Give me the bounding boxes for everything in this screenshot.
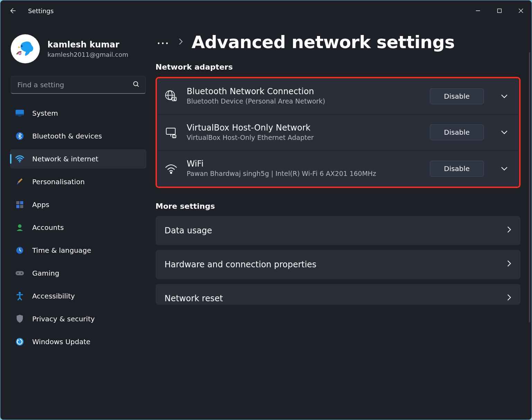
svg-rect-1 xyxy=(498,9,502,13)
more-item-label: Network reset xyxy=(165,294,223,303)
profile-block[interactable]: kamlesh kumar kamlesh2011@gmail.com xyxy=(8,29,149,72)
close-button[interactable] xyxy=(510,2,532,19)
svg-line-9 xyxy=(137,85,139,86)
settings-window: Settings xyxy=(0,0,532,420)
sidebar-item-label: Gaming xyxy=(32,269,59,277)
sidebar-item-label: Personalisation xyxy=(32,178,85,186)
sidebar-item-apps[interactable]: Apps xyxy=(10,195,147,214)
adapter-title: Bluetooth Network Connection xyxy=(187,87,422,96)
maximize-button[interactable] xyxy=(489,2,510,19)
shield-icon xyxy=(15,314,25,324)
sidebar-item-accessibility[interactable]: Accessibility xyxy=(10,286,147,306)
sidebar: kamlesh kumar kamlesh2011@gmail.com Syst… xyxy=(0,21,153,420)
sidebar-item-label: Time & language xyxy=(32,246,91,254)
svg-rect-18 xyxy=(20,205,23,208)
svg-point-5 xyxy=(21,45,23,47)
accessibility-icon xyxy=(15,291,25,301)
svg-point-7 xyxy=(19,53,20,54)
sidebar-item-gaming[interactable]: Gaming xyxy=(10,263,147,283)
svg-rect-21 xyxy=(16,271,24,275)
svg-point-14 xyxy=(19,161,20,162)
chevron-down-icon[interactable] xyxy=(499,130,509,135)
sidebar-item-bluetooth[interactable]: Bluetooth & devices xyxy=(10,126,147,146)
adapter-title: VirtualBox Host-Only Network xyxy=(187,123,422,133)
adapter-row-virtualbox[interactable]: VirtualBox Host-Only Network VirtualBox … xyxy=(157,114,519,151)
svg-point-23 xyxy=(21,272,22,274)
sidebar-item-network[interactable]: Network & internet xyxy=(10,149,147,169)
adapter-row-bluetooth[interactable]: Bluetooth Network Connection Bluetooth D… xyxy=(157,78,519,114)
gamepad-icon xyxy=(15,268,25,278)
more-item-label: Hardware and connection properties xyxy=(165,260,317,269)
search-box[interactable] xyxy=(11,76,146,94)
chevron-right-icon xyxy=(507,294,512,303)
display-icon xyxy=(15,108,25,118)
chevron-down-icon[interactable] xyxy=(499,166,509,171)
main-content: Advanced network settings Network adapte… xyxy=(153,21,532,420)
update-icon xyxy=(15,337,25,347)
user-name: kamlesh kumar xyxy=(47,40,128,50)
paintbrush-icon xyxy=(15,177,25,187)
svg-point-24 xyxy=(19,292,21,294)
search-input[interactable] xyxy=(17,80,132,89)
more-item-network-reset[interactable]: Network reset xyxy=(156,284,521,305)
sidebar-item-label: Windows Update xyxy=(32,338,90,346)
sidebar-item-privacy[interactable]: Privacy & security xyxy=(10,309,147,329)
svg-rect-11 xyxy=(16,114,24,115)
adapter-row-wifi[interactable]: WiFi Pawan Bhardwaj singh5g | Intel(R) W… xyxy=(157,150,519,187)
scrollbar[interactable] xyxy=(529,52,530,322)
sidebar-item-label: System xyxy=(32,109,58,117)
wifi-icon xyxy=(164,161,178,176)
chevron-down-icon[interactable] xyxy=(499,94,509,99)
adapter-subtitle: Bluetooth Device (Personal Area Network) xyxy=(187,97,422,106)
back-button[interactable] xyxy=(7,5,18,17)
titlebar: Settings xyxy=(0,0,532,21)
chevron-right-icon xyxy=(507,226,512,235)
svg-point-38 xyxy=(170,172,172,173)
svg-rect-17 xyxy=(16,205,19,208)
sidebar-item-label: Bluetooth & devices xyxy=(32,132,102,140)
svg-point-8 xyxy=(134,81,138,86)
clock-globe-icon xyxy=(15,245,25,255)
sidebar-item-accounts[interactable]: Accounts xyxy=(10,218,147,237)
sidebar-item-label: Privacy & security xyxy=(32,315,95,323)
sidebar-item-personalisation[interactable]: Personalisation xyxy=(10,172,147,191)
person-icon xyxy=(15,223,25,232)
sidebar-item-system[interactable]: System xyxy=(10,104,147,123)
adapter-subtitle: VirtualBox Host-Only Ethernet Adapter xyxy=(187,133,422,142)
more-item-label: Data usage xyxy=(165,226,212,235)
sidebar-item-label: Accessibility xyxy=(32,292,75,300)
bluetooth-icon xyxy=(15,131,25,141)
window-title: Settings xyxy=(28,7,54,15)
apps-icon xyxy=(15,200,25,209)
disable-button[interactable]: Disable xyxy=(430,161,484,177)
wifi-icon xyxy=(15,154,25,164)
disable-button[interactable]: Disable xyxy=(430,124,484,140)
sidebar-item-windows-update[interactable]: Windows Update xyxy=(10,332,147,351)
more-settings-list: Data usage Hardware and connection prope… xyxy=(156,216,521,305)
more-item-data-usage[interactable]: Data usage xyxy=(156,216,521,245)
adapter-list-highlighted: Bluetooth Network Connection Bluetooth D… xyxy=(156,77,521,188)
chevron-right-icon xyxy=(178,38,183,47)
svg-rect-12 xyxy=(18,116,21,116)
page-title: Advanced network settings xyxy=(192,32,455,52)
svg-rect-15 xyxy=(16,201,19,204)
avatar xyxy=(11,34,40,63)
svg-rect-35 xyxy=(172,135,176,138)
ethernet-icon xyxy=(164,125,178,140)
chevron-right-icon xyxy=(507,260,512,269)
nav-list: System Bluetooth & devices Network & int… xyxy=(8,102,149,353)
search-icon xyxy=(132,80,140,89)
svg-point-19 xyxy=(18,224,21,228)
more-item-hardware-properties[interactable]: Hardware and connection properties xyxy=(156,250,521,279)
breadcrumb: Advanced network settings xyxy=(153,30,528,59)
svg-point-27 xyxy=(162,43,164,44)
section-adapters-heading: Network adapters xyxy=(156,63,528,71)
sidebar-item-label: Network & internet xyxy=(32,155,98,163)
breadcrumb-overflow-button[interactable] xyxy=(156,37,170,47)
disable-button[interactable]: Disable xyxy=(430,88,484,104)
adapter-title: WiFi xyxy=(187,159,422,169)
minimize-button[interactable] xyxy=(467,2,489,19)
user-email: kamlesh2011@gmail.com xyxy=(47,51,128,58)
svg-point-22 xyxy=(17,272,19,274)
sidebar-item-time-language[interactable]: Time & language xyxy=(10,241,147,260)
